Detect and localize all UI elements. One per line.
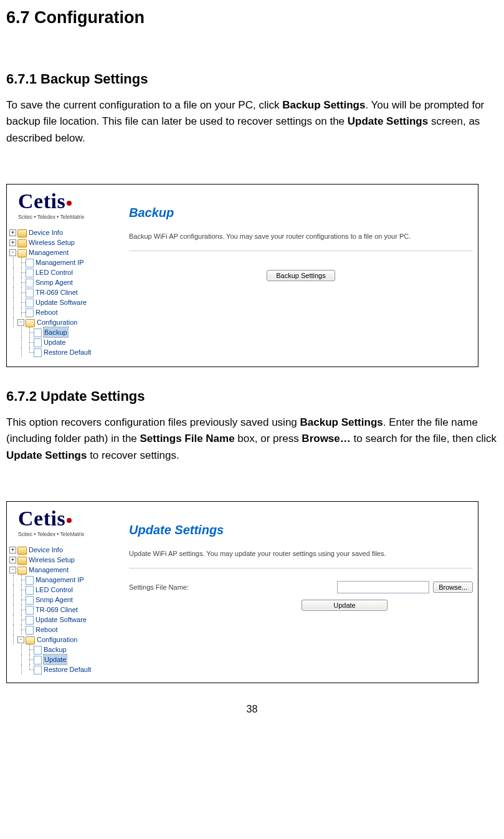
text-bold: Backup Settings — [300, 416, 383, 428]
tree-item-backup[interactable]: Backup — [9, 645, 126, 654]
tree-label: Restore Default — [44, 664, 91, 674]
tree-label: TR-069 Clinet — [36, 287, 78, 297]
tree-item-wireless[interactable]: +Wireless Setup — [9, 237, 126, 247]
file-icon — [26, 606, 34, 615]
folder-open-icon — [17, 249, 27, 257]
tree-item-update[interactable]: Update — [9, 337, 126, 347]
tree-item-led[interactable]: LED Control — [9, 585, 126, 595]
tree-label: LED Control — [36, 267, 73, 277]
tree-item-tr069[interactable]: TR-069 Clinet — [9, 287, 126, 297]
file-icon — [26, 309, 34, 317]
logo-text: Cetis — [18, 189, 65, 213]
tree-item-update-sw[interactable]: Update Software — [9, 297, 126, 307]
paragraph-update: This option recovers configuration files… — [6, 415, 498, 464]
logo-tagline: Scitec • Teledex • TeleMatrix — [18, 213, 119, 221]
tree-item-wireless[interactable]: +Wireless Setup — [9, 555, 126, 565]
tree-item-led[interactable]: LED Control — [9, 267, 126, 277]
tree-item-restore[interactable]: Restore Default — [9, 347, 126, 357]
tree-label: TR-069 Clinet — [36, 605, 78, 615]
panel-title: Backup — [129, 203, 473, 223]
text: box, or press — [235, 433, 302, 444]
tree-label: Device Info — [29, 228, 63, 237]
file-icon — [26, 616, 34, 625]
file-icon — [26, 289, 34, 297]
tree-item-update[interactable]: Update — [9, 654, 126, 664]
tree-label-selected: Update — [44, 654, 67, 664]
logo: Cetis Scitec • Teledex • TeleMatrix — [7, 502, 126, 542]
tree-item-management[interactable]: -Management — [9, 247, 126, 257]
file-icon — [34, 656, 42, 664]
tree-item-device-info[interactable]: +Device Info — [9, 545, 126, 555]
tree-item-device-info[interactable]: +Device Info — [9, 228, 126, 237]
logo: Cetis Scitec • Teledex • TeleMatrix — [7, 185, 126, 225]
folder-icon — [17, 547, 27, 555]
tree-item-snmp[interactable]: Snmp Agent — [9, 595, 126, 605]
logo-dot-icon — [67, 201, 72, 206]
browse-button[interactable]: Browse... — [433, 582, 473, 593]
expand-icon[interactable]: + — [9, 229, 16, 236]
collapse-icon[interactable]: - — [9, 249, 16, 256]
tree-label: Wireless Setup — [29, 555, 75, 565]
tree-label: Configuration — [37, 317, 77, 327]
tree-item-reboot[interactable]: Reboot — [9, 625, 126, 635]
file-icon — [34, 646, 42, 654]
logo-dot-icon — [67, 518, 72, 523]
expand-icon[interactable]: + — [9, 239, 16, 246]
text-bold: Backup Settings — [282, 99, 365, 111]
tree-label: Reboot — [36, 625, 57, 635]
tree-item-restore[interactable]: Restore Default — [9, 664, 126, 674]
panel-description: Update WiFi AP settings. You may update … — [129, 549, 473, 559]
settings-filename-label: Settings File Name: — [129, 582, 189, 593]
text: to search for the file, then click — [351, 433, 497, 444]
file-icon — [26, 586, 34, 595]
tree-label: Device Info — [29, 545, 63, 555]
update-button[interactable]: Update — [302, 600, 387, 611]
tree-label-selected: Backup — [44, 327, 68, 337]
tree-label: LED Control — [36, 585, 73, 595]
collapse-icon[interactable]: - — [17, 636, 24, 643]
tree-item-tr069[interactable]: TR-069 Clinet — [9, 605, 126, 615]
tree-item-configuration[interactable]: -Configuration — [9, 317, 126, 327]
subsection-heading-update: 6.7.2 Update Settings — [6, 386, 498, 407]
panel-description: Backup WiFi AP configurations. You may s… — [129, 231, 473, 242]
tree-label: Update Software — [36, 297, 87, 307]
file-icon — [26, 269, 34, 277]
tree-item-mgmt-ip[interactable]: Management IP — [9, 575, 126, 585]
tree-label: Backup — [44, 645, 67, 654]
backup-settings-button[interactable]: Backup Settings — [267, 270, 335, 281]
file-icon — [26, 259, 34, 267]
tree-label: Snmp Agent — [36, 595, 73, 605]
logo-tagline: Scitec • Teledex • TeleMatrix — [18, 530, 119, 539]
tree-item-reboot[interactable]: Reboot — [9, 307, 126, 317]
tree-label: Wireless Setup — [29, 237, 75, 247]
text-bold: Update Settings — [6, 449, 87, 461]
expand-icon[interactable]: + — [9, 557, 16, 563]
tree-item-configuration[interactable]: -Configuration — [9, 635, 126, 645]
text-bold: Browse… — [302, 433, 350, 444]
logo-text: Cetis — [18, 507, 65, 530]
expand-icon[interactable]: + — [9, 547, 16, 554]
tree-item-mgmt-ip[interactable]: Management IP — [9, 257, 126, 267]
section-heading: 6.7 Configuration — [6, 5, 498, 31]
paragraph-backup: To save the current configuration to a f… — [6, 97, 498, 146]
file-icon — [34, 666, 42, 674]
file-icon — [26, 626, 34, 635]
file-icon — [34, 348, 42, 357]
text: To save the current configuration to a f… — [6, 99, 282, 111]
tree-label: Configuration — [37, 635, 77, 645]
separator — [129, 568, 473, 568]
tree-item-update-sw[interactable]: Update Software — [9, 615, 126, 625]
tree-item-management[interactable]: -Management — [9, 565, 126, 575]
tree-item-snmp[interactable]: Snmp Agent — [9, 277, 126, 287]
tree-item-backup[interactable]: Backup — [9, 327, 126, 337]
text: This option recovers configuration files… — [6, 416, 300, 428]
file-icon — [34, 328, 42, 337]
tree-label: Management — [29, 247, 69, 257]
folder-open-icon — [17, 567, 27, 575]
collapse-icon[interactable]: - — [9, 567, 16, 573]
file-icon — [26, 596, 34, 605]
collapse-icon[interactable]: - — [17, 319, 24, 326]
folder-open-icon — [26, 636, 35, 645]
screenshot-update: Cetis Scitec • Teledex • TeleMatrix +Dev… — [6, 501, 478, 683]
settings-filename-input[interactable] — [337, 581, 429, 593]
